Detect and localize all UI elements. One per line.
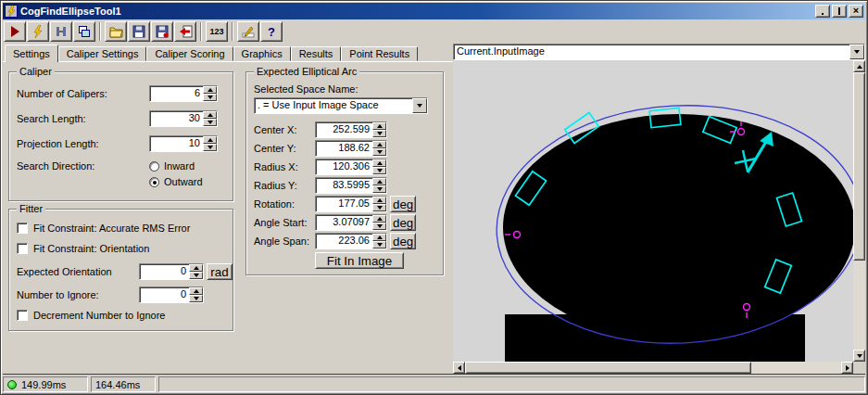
spin-up-icon[interactable]	[372, 122, 386, 130]
tab-results[interactable]: Results	[291, 46, 342, 61]
radio-outward-icon[interactable]	[149, 177, 159, 187]
vertical-scroll-track[interactable]	[853, 72, 865, 350]
number-of-calipers-value[interactable]: 6	[150, 86, 203, 101]
spin-down-icon[interactable]	[372, 241, 386, 248]
titlebar[interactable]: CogFindEllipseTool1 ×	[3, 3, 865, 19]
angle-span-unit-button[interactable]: deg	[390, 233, 416, 249]
number-of-calipers-input[interactable]: 6	[149, 85, 218, 102]
image-source-combobox[interactable]: Current.InputImage	[453, 44, 865, 60]
spin-up-icon[interactable]	[203, 111, 217, 119]
spin-down-icon[interactable]	[203, 94, 217, 101]
radio-inward-icon[interactable]	[149, 161, 159, 172]
radio-outward[interactable]: Outward	[149, 176, 203, 187]
status-led-icon	[7, 380, 17, 389]
tool-windows-button[interactable]	[73, 21, 95, 42]
chevron-down-icon[interactable]	[849, 45, 864, 59]
radius-x-value[interactable]: 120.306	[316, 159, 372, 174]
numeric-display-button[interactable]: 123	[206, 21, 228, 42]
expected-elliptical-arc-group: Expected Elliptical Arc Selected Space N…	[245, 71, 444, 275]
edit-graphics-button[interactable]	[237, 21, 259, 42]
spin-up-icon[interactable]	[372, 178, 386, 185]
selected-space-combobox[interactable]: . = Use Input Image Space	[254, 97, 428, 114]
spin-down-icon[interactable]	[372, 223, 386, 230]
close-icon[interactable]: ×	[849, 5, 863, 18]
spin-down-icon[interactable]	[372, 148, 386, 156]
rotation-unit-button[interactable]: deg	[390, 196, 416, 212]
spin-down-icon[interactable]	[372, 204, 386, 211]
chevron-down-icon[interactable]	[412, 98, 427, 113]
save-image-button[interactable]	[151, 21, 173, 42]
spin-up-icon[interactable]	[372, 234, 386, 241]
center-y-input[interactable]: 188.62	[315, 140, 387, 157]
scroll-right-icon[interactable]	[841, 362, 853, 374]
spin-up-icon[interactable]	[372, 159, 386, 167]
scroll-down-icon[interactable]	[853, 350, 865, 362]
radius-y-value[interactable]: 83.5995	[316, 178, 372, 193]
spin-up-icon[interactable]	[372, 215, 386, 223]
scroll-up-icon[interactable]	[853, 60, 865, 72]
tab-graphics[interactable]: Graphics	[233, 46, 291, 61]
run-live-button[interactable]	[27, 21, 49, 42]
search-length-value[interactable]: 30	[150, 111, 203, 126]
tab-caliper-scoring[interactable]: Caliper Scoring	[146, 46, 233, 61]
radius-y-input[interactable]: 83.5995	[315, 177, 387, 194]
tab-point-results[interactable]: Point Results	[341, 46, 418, 61]
angle-span-value[interactable]: 223.06	[316, 234, 372, 248]
spin-up-icon[interactable]	[372, 141, 386, 148]
spin-up-icon[interactable]	[189, 287, 203, 295]
spin-up-icon[interactable]	[203, 86, 217, 94]
spin-up-icon[interactable]	[372, 197, 386, 204]
spin-up-icon[interactable]	[203, 136, 217, 144]
maximize-icon[interactable]	[832, 5, 847, 18]
status-run-panel: 149.99ms	[3, 376, 88, 392]
image-display[interactable]	[453, 60, 853, 362]
tab-settings[interactable]: Settings	[5, 45, 58, 62]
spin-down-icon[interactable]	[203, 144, 217, 151]
rotation-input[interactable]: 177.05	[315, 196, 387, 212]
angle-start-input[interactable]: 3.07097	[315, 214, 387, 231]
decrement-checkbox[interactable]	[17, 310, 28, 321]
radio-inward[interactable]: Inward	[149, 160, 203, 172]
spin-down-icon[interactable]	[372, 167, 386, 174]
minimize-icon[interactable]	[815, 5, 830, 18]
horizontal-scroll-track[interactable]	[465, 362, 841, 374]
expected-orientation-input[interactable]: 0	[139, 263, 204, 280]
angle-start-value[interactable]: 3.07097	[316, 215, 372, 230]
angle-start-unit-button[interactable]: deg	[390, 214, 416, 231]
spin-up-icon[interactable]	[189, 264, 203, 272]
rotation-value[interactable]: 177.05	[316, 197, 372, 211]
number-to-ignore-value[interactable]: 0	[140, 287, 189, 302]
horizontal-scrollbar[interactable]	[453, 362, 853, 374]
center-x-value[interactable]: 252.599	[316, 122, 372, 137]
vertical-scroll-thumb[interactable]	[853, 72, 865, 261]
number-to-ignore-input[interactable]: 0	[139, 287, 204, 303]
expected-orientation-value[interactable]: 0	[140, 264, 189, 279]
angle-span-input[interactable]: 223.06	[315, 233, 387, 249]
electrode-button[interactable]	[50, 21, 72, 42]
tab-caliper-settings[interactable]: Caliper Settings	[58, 46, 147, 61]
fit-in-image-button[interactable]: Fit In Image	[315, 252, 404, 269]
spin-down-icon[interactable]	[203, 119, 217, 126]
vertical-scrollbar[interactable]	[853, 60, 865, 362]
spin-down-icon[interactable]	[372, 130, 386, 137]
save-file-button[interactable]	[128, 21, 150, 42]
help-button[interactable]: ?	[260, 21, 283, 42]
projection-length-input[interactable]: 10	[149, 135, 218, 152]
scroll-left-icon[interactable]	[453, 362, 465, 374]
spin-down-icon[interactable]	[372, 185, 386, 193]
run-button[interactable]	[4, 21, 26, 42]
import-button[interactable]	[174, 21, 196, 42]
spin-down-icon[interactable]	[189, 272, 203, 279]
open-file-button[interactable]	[105, 21, 127, 42]
fit-constraint-rms-label: Fit Constraint: Accurate RMS Error	[33, 223, 190, 234]
fit-constraint-orientation-checkbox[interactable]	[17, 243, 28, 254]
fit-constraint-rms-checkbox[interactable]	[17, 223, 28, 234]
search-length-input[interactable]: 30	[149, 110, 218, 127]
spin-down-icon[interactable]	[189, 295, 203, 302]
rad-unit-button[interactable]: rad	[207, 263, 233, 280]
radius-x-input[interactable]: 120.306	[315, 159, 387, 175]
center-y-value[interactable]: 188.62	[316, 141, 372, 156]
projection-length-value[interactable]: 10	[150, 136, 203, 151]
center-x-input[interactable]: 252.599	[315, 121, 387, 138]
horizontal-scroll-thumb[interactable]	[465, 362, 751, 374]
